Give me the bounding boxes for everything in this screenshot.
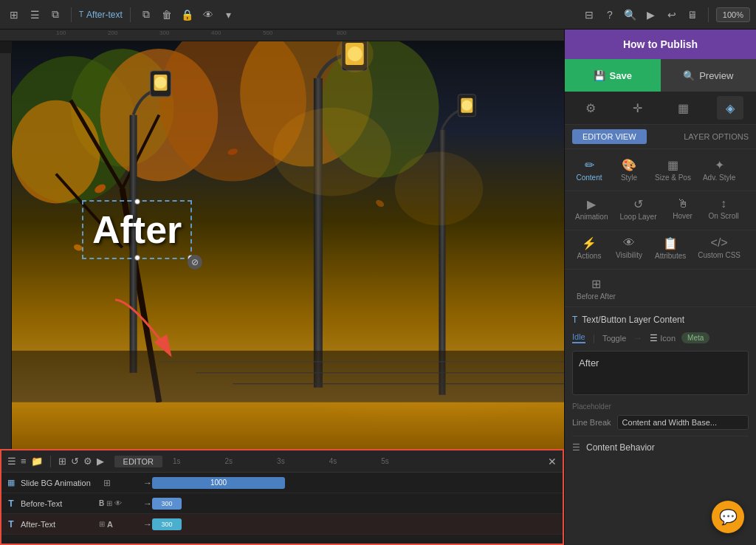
before-text-grid-icon[interactable]: ⊞	[106, 499, 112, 507]
after-text-element[interactable]: After ⊘	[82, 200, 192, 259]
tab-settings[interactable]: ⚙	[577, 96, 604, 120]
visibility-icon: 👁	[623, 236, 635, 250]
hover-icon: 🖱	[677, 197, 689, 210]
tab-adv-style[interactable]: ✦ Adv. Style	[698, 155, 740, 185]
lock-icon[interactable]: 🔒	[179, 7, 196, 23]
handle-bottom[interactable]	[134, 255, 140, 261]
eye-icon[interactable]: 👁	[200, 7, 216, 23]
sizepos-icon: ▦	[667, 158, 678, 172]
tl-settings-icon[interactable]: ⚙	[83, 456, 92, 467]
ruler-tick-200: 200	[108, 30, 117, 36]
before-text-bar[interactable]: 300	[152, 498, 182, 510]
save-button[interactable]: 💾 Save	[565, 59, 661, 92]
idle-button[interactable]: Idle	[572, 332, 585, 343]
handle-top[interactable]	[134, 199, 140, 205]
before-after-icon: ⊞	[591, 277, 601, 291]
ruler-tick-100: 100	[56, 30, 66, 36]
time-5s: 5s	[381, 457, 389, 465]
svg-point-24	[461, 100, 472, 111]
before-text-value: 300	[161, 500, 172, 507]
delete-icon[interactable]: 🗑	[159, 7, 175, 23]
main-area: 100 200 300 400 500 800	[0, 30, 756, 545]
loop-layer-icon: ↺	[633, 197, 643, 211]
tab-layers[interactable]: ◈	[717, 96, 743, 120]
preview-button[interactable]: 🔍 Preview	[661, 59, 757, 92]
tab-hover[interactable]: 🖱 Hover	[664, 194, 701, 224]
loop-layer-tab-label: Loop Layer	[619, 213, 656, 221]
chat-bubble[interactable]: 💬	[712, 501, 744, 533]
pages-icon[interactable]: ⧉	[47, 7, 63, 23]
gear-icon: ⚙	[585, 101, 596, 115]
undo-icon[interactable]: ↩	[664, 7, 680, 23]
tab-before-after[interactable]: ⊞ Before After	[572, 274, 620, 304]
tab-columns[interactable]: ▦	[670, 96, 697, 120]
attributes-icon: 📋	[663, 236, 678, 250]
tab-move[interactable]: ✛	[624, 96, 650, 120]
ruler-horizontal: 100 200 300 400 500 800	[0, 30, 564, 41]
timeline-body: ▦ Slide BG Animation ⊞ → 1000 T Befo	[1, 473, 563, 544]
tab-size-pos[interactable]: ▦ Size & Pos	[650, 155, 695, 185]
svg-line-9	[71, 100, 123, 189]
animation-tab-label: Animation	[575, 213, 608, 221]
zoom-button[interactable]: 100%	[716, 7, 750, 22]
tab-actions[interactable]: ⚡ Actions	[571, 233, 608, 263]
icon-group: ☰ Icon	[650, 333, 676, 343]
timeline-close[interactable]: ✕	[548, 456, 557, 467]
device-icon[interactable]: 🖥	[684, 7, 701, 23]
panel-actions: 💾 Save 🔍 Preview	[565, 59, 756, 92]
chat-icon: 💬	[719, 508, 738, 526]
after-text-grid-icon[interactable]: ⊞	[99, 520, 105, 528]
play-icon[interactable]: ▶	[643, 7, 659, 23]
tab-visibility[interactable]: 👁 Visibility	[611, 233, 647, 263]
before-after-label: Before After	[577, 292, 616, 301]
responsive-icon[interactable]: ⊟	[581, 7, 597, 23]
before-text-b-icon[interactable]: B	[99, 499, 104, 507]
before-text-label: Before-Text	[18, 499, 99, 508]
tl-play-icon[interactable]: ▶	[97, 456, 104, 467]
meta-button[interactable]: Meta	[681, 332, 709, 343]
layer-options-label[interactable]: LAYER OPTIONS	[684, 132, 749, 141]
tab-loop-layer[interactable]: ↺ Loop Layer	[615, 194, 661, 224]
tl-loop-icon[interactable]: ↺	[71, 456, 79, 467]
tab-on-scroll[interactable]: ↕ On Scroll	[704, 194, 743, 224]
copy-icon[interactable]: ⧉	[138, 7, 154, 23]
help-icon[interactable]: ?	[602, 7, 618, 23]
slide-bg-bar[interactable]: 1000	[152, 477, 285, 489]
before-text-eye-icon[interactable]: 👁	[114, 499, 122, 507]
icon-tab-button[interactable]: Icon	[660, 334, 676, 343]
text-content-input[interactable]: After	[572, 351, 749, 395]
tab-content[interactable]: ✏ Content	[571, 155, 608, 185]
after-text-a-icon[interactable]: A	[107, 520, 113, 529]
tab-animation[interactable]: ▶ Animation	[571, 194, 612, 224]
tl-grid-icon[interactable]: ⊞	[58, 456, 66, 467]
menu-icon[interactable]: ⊞	[6, 7, 22, 23]
search-icon[interactable]: 🔍	[622, 7, 639, 23]
slide-bg-settings-icon[interactable]: ⊞	[99, 475, 115, 491]
tl-folder-icon[interactable]: 📁	[31, 456, 43, 467]
layers-icon[interactable]: ☰	[27, 7, 43, 23]
tab-attributes[interactable]: 📋 Attributes	[650, 233, 690, 263]
svg-point-6	[240, 41, 373, 167]
ruler-numbers: 100 200 300 400 500 800	[12, 30, 564, 41]
svg-rect-25	[12, 351, 564, 402]
tl-adjust-icon[interactable]: ≡	[21, 456, 27, 467]
tab-style[interactable]: 🎨 Style	[611, 155, 647, 185]
editor-view-btn[interactable]: EDITOR VIEW	[572, 129, 647, 144]
timeline-row-before-text: T Before-Text B ⊞ 👁 → 300	[1, 493, 563, 514]
animation-icon: ▶	[587, 197, 596, 211]
save-icon: 💾	[594, 70, 605, 81]
slide-bg-icon: ▦	[4, 476, 18, 490]
content-behavior-header[interactable]: ☰ Content Behavior	[572, 436, 749, 459]
scroll-icon: ↕	[721, 197, 726, 210]
after-text-track: 300	[152, 514, 560, 534]
tl-layers-icon[interactable]: ☰	[7, 456, 16, 467]
tab-custom-css[interactable]: </> Custom CSS	[693, 233, 745, 263]
svg-rect-14	[154, 75, 167, 91]
after-text-value: 300	[161, 521, 172, 528]
toggle-button[interactable]: Toggle	[602, 334, 626, 343]
caret-icon[interactable]: ▾	[221, 7, 237, 23]
layers-tab-icon: ◈	[726, 101, 735, 115]
line-break-select[interactable]: Content and Width Base...	[617, 415, 749, 430]
placeholder-label: Placeholder	[572, 402, 749, 411]
after-text-bar[interactable]: 300	[152, 518, 182, 530]
